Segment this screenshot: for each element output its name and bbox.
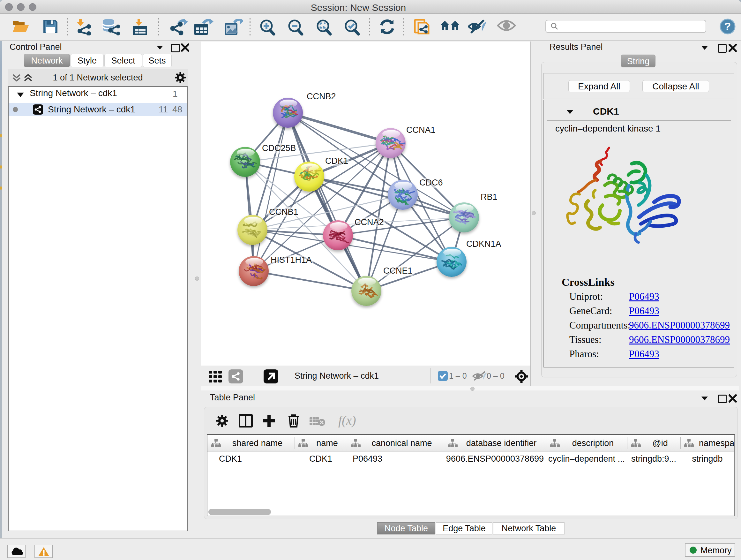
svg-text:?: ?	[724, 20, 731, 32]
